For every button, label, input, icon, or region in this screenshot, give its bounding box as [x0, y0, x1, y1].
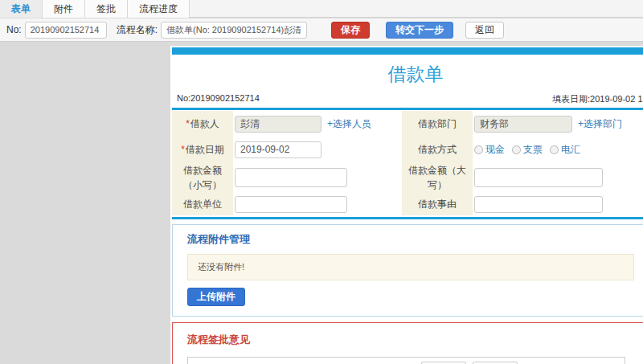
tab-signoff[interactable]: 签批 [85, 0, 128, 18]
borrow-reason-label: 借款事由 [402, 193, 473, 215]
fill-date: 填表日期:2019-09-02 15:27:1 [552, 93, 643, 105]
signoff-section: 流程签批意见 B I abc [172, 322, 643, 364]
radio-icon[interactable] [474, 145, 483, 154]
forward-next-step-button[interactable]: 转交下一步 [386, 22, 453, 39]
form-panel: 借款单 No:20190902152714 填表日期:2019-09-02 15… [170, 46, 643, 364]
borrow-date-field [233, 137, 394, 162]
back-button[interactable]: 返回 [465, 22, 504, 39]
amount-upper-input[interactable] [474, 168, 603, 187]
borrow-form-table: *借款人 +选择人员 借款部门 +选择部门 *借款日期 [172, 111, 643, 215]
borrower-label: *借款人 [172, 111, 233, 137]
radio-cash[interactable]: 现金 [474, 143, 505, 157]
divider-line-bottom [172, 217, 643, 219]
no-label: No: [6, 24, 22, 35]
amount-lower-label: 借款金额（小写） [172, 162, 233, 193]
attachments-section: 流程附件管理 还没有附件! 上传附件 [172, 224, 643, 317]
borrow-unit-label: 借款单位 [172, 193, 233, 215]
attachments-heading: 流程附件管理 [187, 232, 643, 247]
borrow-method-field: 现金 支票 电汇 [473, 137, 643, 162]
required-mark: * [181, 144, 185, 155]
upload-attachment-button[interactable]: 上传附件 [187, 288, 245, 306]
amount-upper-label: 借款金额（大写） [402, 162, 473, 193]
department-input[interactable] [474, 116, 572, 133]
borrow-method-radios: 现金 支票 电汇 [474, 143, 580, 157]
tab-form[interactable]: 表单 [0, 0, 43, 18]
amount-upper-field [473, 162, 643, 193]
document-no: No:20190902152714 [177, 93, 260, 103]
amount-lower-field [233, 162, 394, 193]
borrow-reason-field [473, 193, 643, 215]
top-accent-bar [172, 47, 643, 55]
no-input[interactable] [25, 22, 107, 39]
meta-row: No:20190902152714 填表日期:2019-09-02 15:27:… [172, 92, 643, 105]
borrow-unit-input[interactable] [235, 196, 347, 213]
department-field: +选择部门 [473, 111, 643, 137]
borrow-unit-field [233, 193, 394, 215]
page-background: 借款单 No:20190902152714 填表日期:2019-09-02 15… [0, 42, 643, 364]
borrower-input[interactable] [235, 116, 322, 133]
tab-attachments[interactable]: 附件 [43, 0, 85, 18]
borrow-reason-input[interactable] [474, 196, 603, 213]
flow-name-input[interactable] [161, 22, 307, 39]
divider-line-top [172, 108, 643, 110]
amount-lower-input[interactable] [235, 168, 347, 187]
borrow-date-input[interactable] [235, 141, 322, 158]
no-attachments-alert: 还没有附件! [187, 254, 634, 280]
required-mark: * [186, 118, 190, 129]
radio-cheque[interactable]: 支票 [512, 143, 543, 157]
tab-bar: 表单 附件 签批 流程进度 [0, 0, 643, 18]
rich-text-editor: B I abc [187, 357, 625, 364]
select-person-link[interactable]: +选择人员 [327, 117, 371, 131]
command-bar: No: 流程名称: 保存 转交下一步 返回 [0, 18, 643, 42]
document-title: 借款单 [172, 62, 643, 87]
tab-flow-progress[interactable]: 流程进度 [128, 0, 190, 18]
save-button[interactable]: 保存 [331, 22, 370, 39]
flow-name-label: 流程名称: [117, 23, 158, 37]
radio-icon[interactable] [550, 145, 559, 154]
borrow-method-label: 借款方式 [402, 137, 473, 162]
editor-toolbar: B I abc [188, 358, 625, 364]
signoff-heading: 流程签批意见 [187, 333, 643, 347]
borrower-field: +选择人员 [233, 111, 394, 137]
department-label: 借款部门 [402, 111, 473, 137]
borrow-date-label: *借款日期 [172, 137, 233, 162]
select-department-link[interactable]: +选择部门 [578, 117, 622, 131]
radio-wire-transfer[interactable]: 电汇 [550, 143, 580, 157]
radio-icon[interactable] [512, 145, 521, 154]
